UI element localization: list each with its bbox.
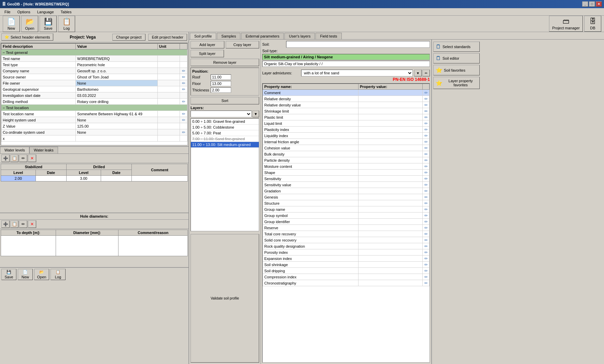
prop-edit-icon[interactable]: ✏ [424,250,428,255]
prop-edit-icon[interactable]: ✏ [424,103,428,107]
prop-edit-icon[interactable]: ✏ [424,90,428,95]
prop-edit-icon[interactable]: ✏ [424,281,428,286]
prop-edit-icon[interactable]: ✏ [424,207,428,212]
prop-value-cell[interactable] [359,133,423,139]
prop-edit-cell[interactable]: ✏ [423,249,430,256]
edit-cell[interactable]: ✏ [180,129,187,135]
prop-value-cell[interactable] [359,237,423,243]
select-standards-button[interactable]: 🗒 Select standards [433,42,480,52]
prop-edit-cell[interactable]: ✏ [423,90,430,96]
edit-cell[interactable]: ✏ [180,74,187,80]
prop-edit-cell[interactable]: ✏ [423,256,430,262]
layer-item[interactable]: 1.00 ÷ 5.00: Cobblestone [191,125,259,130]
edit-icon[interactable]: ✏ [182,75,185,79]
prop-value-cell[interactable] [359,262,423,268]
prop-edit-icon[interactable]: ✏ [424,195,428,200]
prop-edit-cell[interactable]: ✏ [423,170,430,176]
hole-copy-btn[interactable]: 📋 [10,220,18,228]
prop-edit-cell[interactable]: ✏ [423,151,430,157]
prop-edit-icon[interactable]: ✏ [424,158,428,163]
edit-icon[interactable]: ✏ [182,81,185,86]
prop-edit-icon[interactable]: ✏ [424,238,428,243]
prop-value-cell[interactable] [359,96,423,102]
layers-select[interactable] [191,111,252,117]
tab-external-params[interactable]: External parameters [241,33,284,39]
edit-project-header-button[interactable]: Edit project header [148,34,187,41]
prop-edit-cell[interactable]: ✏ [423,194,430,200]
prop-value-cell[interactable] [359,280,423,286]
prop-edit-cell[interactable]: ✏ [423,96,430,102]
bottom-save-button[interactable]: 💾 Save [1,269,16,280]
layer-item[interactable]: 0.00 ÷ 1.00: Gravel fine-grained [191,119,259,125]
hole-delete-btn[interactable]: ✕ [28,220,36,228]
prop-value-cell[interactable] [359,108,423,114]
water-edit-btn[interactable]: ✏ [19,155,27,162]
admixtures-select[interactable]: with a lot of fine sand [301,70,413,76]
tab-field-tests[interactable]: Field tests [315,33,341,39]
prop-edit-icon[interactable]: ✏ [424,244,428,249]
tab-soil-profile[interactable]: Soil profile [190,33,216,39]
menu-language[interactable]: Language [34,9,57,15]
edit-icon[interactable]: ✏ [182,118,185,122]
prop-value-cell[interactable] [359,114,423,120]
prop-edit-icon[interactable]: ✏ [424,97,428,101]
save-button[interactable]: 💾 Save [40,16,57,32]
edit-icon[interactable]: ✏ [182,87,185,92]
admixtures-edit-btn[interactable]: ✏ [422,70,430,76]
prop-edit-cell[interactable]: ✏ [423,262,430,268]
prop-edit-cell[interactable]: ✏ [423,213,430,219]
minimize-btn[interactable]: _ [582,1,588,7]
project-manager-button[interactable]: 🗃 Project manager [549,16,583,32]
bottom-open-button[interactable]: 📂 Open [34,269,49,280]
sort-button[interactable]: Sort [191,97,259,104]
tab-users-layers[interactable]: User's layers [284,33,315,39]
prop-edit-cell[interactable]: ✏ [423,206,430,213]
prop-edit-cell[interactable]: ✏ [423,120,430,127]
roof-input[interactable] [211,74,231,80]
prop-value-cell[interactable] [359,176,423,182]
prop-edit-cell[interactable]: ✏ [423,133,430,139]
new-button[interactable]: 📄 New [3,16,20,32]
prop-edit-icon[interactable]: ✏ [424,219,428,224]
thickness-input[interactable] [211,87,231,93]
prop-edit-icon[interactable]: ✏ [424,213,428,218]
prop-edit-icon[interactable]: ✏ [424,115,428,120]
prop-edit-icon[interactable]: ✏ [424,176,428,181]
prop-value-cell[interactable] [359,225,423,231]
tab-samples[interactable]: Samples [217,33,240,39]
prop-edit-icon[interactable]: ✏ [424,232,428,236]
prop-edit-icon[interactable]: ✏ [424,225,428,230]
layer-item[interactable]: 11.00 ÷ 13.00: Silt medium-grained [191,142,259,148]
menu-options[interactable]: Options [14,9,33,15]
prop-edit-icon[interactable]: ✏ [424,189,428,193]
prop-edit-icon[interactable]: ✏ [424,133,428,138]
open-button[interactable]: 📂 Open [21,16,38,32]
prop-edit-cell[interactable]: ✏ [423,108,430,114]
log-button[interactable]: 📋 Log [58,16,75,32]
prop-edit-icon[interactable]: ✏ [424,164,428,169]
prop-edit-cell[interactable]: ✏ [423,157,430,163]
prop-value-cell[interactable] [359,206,423,213]
prop-value-cell[interactable] [359,102,423,108]
edit-cell[interactable]: ✏ [180,111,187,117]
water-copy-btn[interactable]: 📋 [10,155,18,162]
edit-icon[interactable]: ✏ [182,130,185,135]
soil-type-input[interactable] [286,41,430,48]
prop-value-cell[interactable] [359,194,423,200]
prop-value-cell[interactable] [359,274,423,280]
prop-edit-cell[interactable]: ✏ [423,176,430,182]
prop-edit-cell[interactable]: ✏ [423,243,430,249]
layers-dropdown-btn[interactable]: ▼ [252,111,259,117]
add-layer-button[interactable]: Add layer [191,41,224,48]
prop-edit-icon[interactable]: ✏ [424,127,428,132]
prop-edit-cell[interactable]: ✏ [423,200,430,206]
edit-cell[interactable]: ✏ [180,117,187,123]
prop-edit-cell[interactable]: ✏ [423,231,430,237]
prop-value-cell[interactable] [359,145,423,151]
prop-value-cell[interactable] [359,182,423,188]
prop-value-cell[interactable] [359,163,423,170]
prop-value-cell[interactable] [359,139,423,145]
layer-property-favorites-button[interactable]: ⭐ Layer property favorites [433,77,480,89]
layers-list[interactable]: 0.00 ÷ 1.00: Gravel fine-grained1.00 ÷ 5… [191,118,259,231]
prop-edit-icon[interactable]: ✏ [424,262,428,267]
